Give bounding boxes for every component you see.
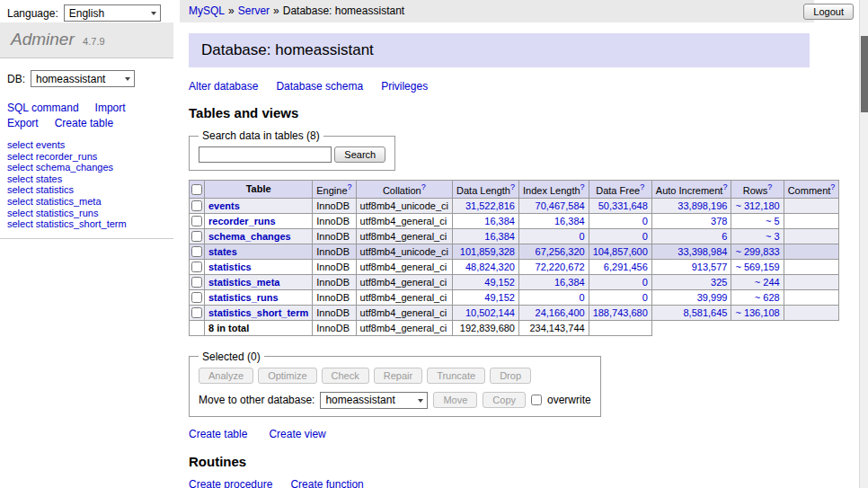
- rows-link[interactable]: ~ 312,180: [735, 200, 779, 211]
- truncate-button[interactable]: Truncate: [427, 368, 485, 384]
- data-length-link[interactable]: 16,384: [484, 216, 515, 226]
- data-length-link[interactable]: 101,859,328: [460, 246, 515, 257]
- select-all-checkbox[interactable]: [191, 184, 202, 195]
- index-length-link[interactable]: 0: [580, 231, 585, 242]
- data-free-link[interactable]: 0: [642, 216, 648, 226]
- optimize-button[interactable]: Optimize: [258, 368, 316, 384]
- db-select[interactable]: homeassistant: [31, 70, 135, 87]
- sidebar-link-sql-command[interactable]: SQL command: [7, 102, 79, 114]
- search-button[interactable]: Search: [334, 146, 385, 163]
- help-link[interactable]: ?: [510, 182, 515, 191]
- auto-increment-link[interactable]: 6: [722, 231, 727, 242]
- table-link-statistics-runs[interactable]: statistics_runs: [208, 292, 279, 303]
- overwrite-checkbox[interactable]: [531, 395, 542, 405]
- check-button[interactable]: Check: [322, 368, 369, 384]
- drop-button[interactable]: Drop: [490, 368, 531, 384]
- repair-button[interactable]: Repair: [374, 368, 422, 384]
- table-link-events[interactable]: events: [208, 200, 240, 211]
- sidebar-select-schema-changes[interactable]: select schema_changes: [7, 162, 166, 173]
- table-link-states[interactable]: states: [208, 246, 237, 257]
- help-link[interactable]: ?: [830, 182, 835, 191]
- auto-increment-link[interactable]: 39,999: [697, 292, 728, 303]
- auto-increment-link[interactable]: 325: [711, 277, 727, 288]
- row-checkbox[interactable]: [191, 216, 202, 226]
- scrollbar-thumb[interactable]: [861, 36, 868, 112]
- table-link-statistics-short-term[interactable]: statistics_short_term: [208, 307, 308, 318]
- auto-increment-link[interactable]: 378: [711, 216, 727, 226]
- sidebar-link-import[interactable]: Import: [95, 102, 126, 114]
- index-length-link[interactable]: 16,384: [554, 277, 585, 288]
- rows-link[interactable]: ~ 244: [755, 277, 780, 288]
- row-checkbox[interactable]: [191, 262, 202, 272]
- data-length-link[interactable]: 31,522,816: [465, 200, 515, 211]
- data-free-link[interactable]: 188,743,680: [593, 307, 648, 318]
- rows-link[interactable]: ~ 299,833: [735, 246, 779, 257]
- sidebar-select-recorder-runs[interactable]: select recorder_runs: [7, 151, 166, 163]
- index-length-link[interactable]: 0: [580, 292, 585, 303]
- auto-increment-link[interactable]: 8,581,645: [683, 307, 727, 318]
- index-length-link[interactable]: 70,467,584: [536, 200, 585, 211]
- sidebar-select-states[interactable]: select states: [7, 173, 166, 185]
- create-table-link[interactable]: Create table: [189, 428, 247, 440]
- table-link-statistics[interactable]: statistics: [208, 262, 252, 272]
- move-button[interactable]: Move: [433, 392, 477, 408]
- help-link[interactable]: ?: [722, 182, 727, 191]
- rows-link[interactable]: ~ 5: [766, 216, 780, 226]
- help-link[interactable]: ?: [421, 182, 426, 191]
- rows-link[interactable]: ~ 3: [766, 231, 780, 242]
- table-link-schema-changes[interactable]: schema_changes: [208, 231, 291, 242]
- data-length-link[interactable]: 48,824,320: [465, 262, 515, 272]
- create-procedure-link[interactable]: Create procedure: [189, 478, 272, 488]
- row-checkbox[interactable]: [191, 246, 202, 257]
- rows-link[interactable]: ~ 569,159: [735, 262, 779, 272]
- copy-button[interactable]: Copy: [483, 392, 526, 408]
- search-input[interactable]: [199, 146, 332, 163]
- nav-privileges[interactable]: Privileges: [381, 80, 428, 93]
- index-length-link[interactable]: 24,166,400: [536, 307, 585, 318]
- table-link-statistics-meta[interactable]: statistics_meta: [208, 277, 280, 288]
- data-free-link[interactable]: 50,331,648: [598, 200, 648, 211]
- index-length-link[interactable]: 16,384: [554, 216, 585, 226]
- row-checkbox[interactable]: [191, 307, 202, 318]
- vertical-scrollbar[interactable]: [859, 0, 868, 488]
- data-free-link[interactable]: 0: [642, 277, 648, 288]
- row-checkbox[interactable]: [191, 231, 202, 242]
- index-length-link[interactable]: 72,220,672: [536, 262, 585, 272]
- index-length-link[interactable]: 67,256,320: [536, 246, 585, 257]
- sidebar-select-statistics-runs[interactable]: select statistics_runs: [7, 208, 166, 219]
- sidebar-select-statistics-short-term[interactable]: select statistics_short_term: [7, 218, 166, 230]
- help-link[interactable]: ?: [580, 182, 585, 191]
- sidebar-select-events[interactable]: select events: [7, 139, 166, 151]
- row-checkbox[interactable]: [191, 200, 202, 211]
- data-length-link[interactable]: 10,502,144: [465, 307, 515, 318]
- create-function-link[interactable]: Create function: [290, 478, 363, 488]
- move-db-select[interactable]: homeassistant: [320, 392, 428, 409]
- breadcrumb-server-link[interactable]: Server: [238, 4, 270, 17]
- rows-link[interactable]: ~ 136,108: [735, 307, 779, 318]
- help-link[interactable]: ?: [767, 182, 772, 191]
- row-checkbox[interactable]: [191, 277, 202, 288]
- sidebar-select-statistics[interactable]: select statistics: [7, 184, 166, 196]
- sidebar-link-export[interactable]: Export: [7, 117, 39, 129]
- data-free-link[interactable]: 0: [642, 292, 648, 303]
- data-length-link[interactable]: 16,384: [484, 231, 515, 242]
- data-length-link[interactable]: 49,152: [484, 292, 515, 303]
- auto-increment-link[interactable]: 913,577: [692, 262, 728, 272]
- rows-link[interactable]: ~ 628: [755, 292, 780, 303]
- row-checkbox[interactable]: [191, 292, 202, 303]
- nav-database-schema[interactable]: Database schema: [276, 80, 363, 93]
- data-length-link[interactable]: 49,152: [484, 277, 515, 288]
- data-free-link[interactable]: 104,857,600: [593, 246, 648, 257]
- help-link[interactable]: ?: [640, 182, 644, 191]
- analyze-button[interactable]: Analyze: [199, 368, 253, 384]
- auto-increment-link[interactable]: 33,398,984: [678, 246, 727, 257]
- logout-button[interactable]: Logout: [803, 4, 854, 20]
- create-view-link[interactable]: Create view: [269, 428, 325, 440]
- language-select[interactable]: English: [64, 4, 161, 22]
- sidebar-link-create-table[interactable]: Create table: [55, 117, 113, 129]
- data-free-link[interactable]: 0: [642, 231, 648, 242]
- adminer-logo[interactable]: Adminer: [11, 30, 75, 49]
- breadcrumb-mysql-link[interactable]: MySQL: [189, 4, 225, 17]
- sidebar-select-statistics-meta[interactable]: select statistics_meta: [7, 196, 166, 208]
- table-link-recorder-runs[interactable]: recorder_runs: [208, 216, 276, 226]
